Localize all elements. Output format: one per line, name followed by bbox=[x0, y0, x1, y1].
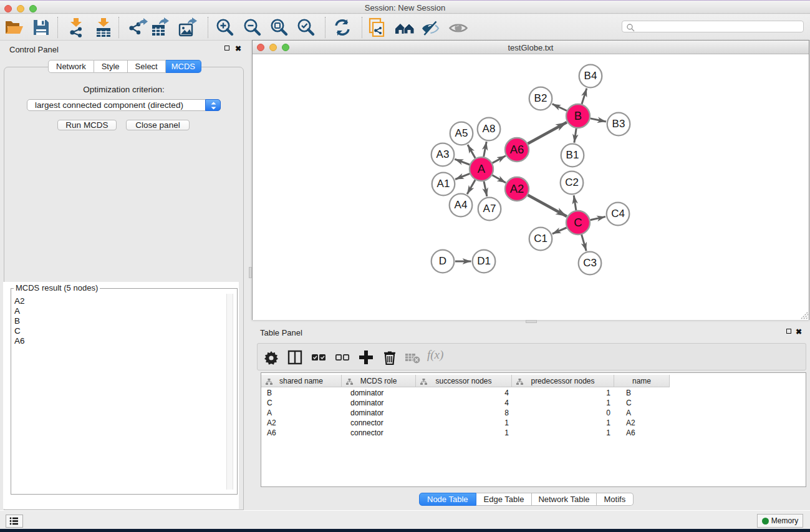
svg-text:C1: C1 bbox=[534, 233, 547, 244]
svg-text:A: A bbox=[478, 162, 486, 175]
svg-text:C3: C3 bbox=[583, 257, 597, 269]
svg-text:D: D bbox=[439, 255, 446, 267]
svg-text:B4: B4 bbox=[584, 70, 597, 82]
svg-text:A2: A2 bbox=[510, 182, 524, 195]
svg-text:A6: A6 bbox=[510, 143, 524, 156]
svg-text:A7: A7 bbox=[483, 203, 496, 215]
svg-text:C: C bbox=[574, 216, 582, 229]
svg-text:A5: A5 bbox=[455, 127, 468, 139]
svg-text:B3: B3 bbox=[612, 118, 625, 130]
svg-text:B: B bbox=[574, 109, 582, 122]
svg-text:A3: A3 bbox=[436, 148, 450, 160]
svg-text:C4: C4 bbox=[611, 208, 625, 220]
svg-text:C2: C2 bbox=[565, 177, 579, 188]
svg-text:B2: B2 bbox=[534, 92, 547, 104]
svg-text:B1: B1 bbox=[566, 149, 579, 161]
svg-text:A1: A1 bbox=[437, 178, 450, 190]
svg-text:D1: D1 bbox=[477, 255, 491, 267]
svg-text:A4: A4 bbox=[455, 199, 468, 211]
svg-text:A8: A8 bbox=[483, 123, 496, 135]
